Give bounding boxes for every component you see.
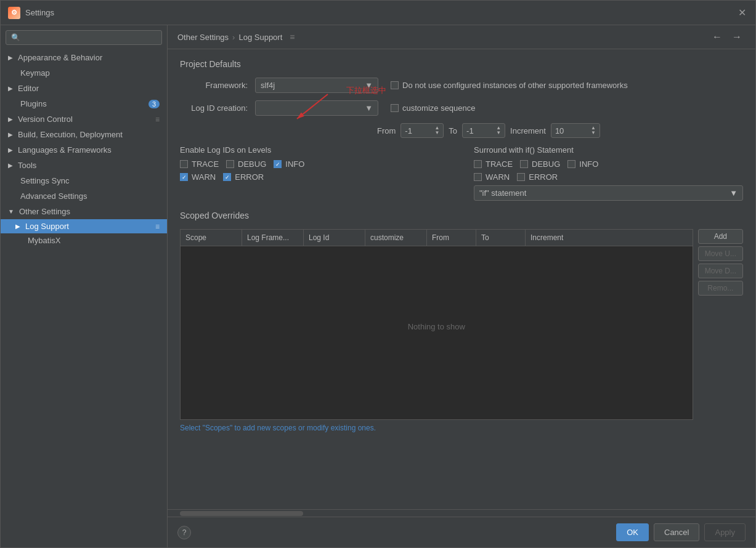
dropdown-arrow-icon: ▼ — [365, 81, 373, 90]
sw-warn-checkbox[interactable] — [474, 173, 482, 181]
sidebar-item-label: Plugins — [20, 99, 47, 108]
to-spinbox[interactable]: -1 ▲ ▼ — [462, 123, 505, 138]
sidebar-item-mybatisx[interactable]: MybatisX — [1, 233, 167, 248]
sidebar-item-label: Settings Sync — [20, 176, 70, 185]
enable-log-ids-group: Enable Log IDs on Levels TRACE DEBUG — [180, 145, 449, 201]
no-use-checkbox-label[interactable]: Do not use configured instances of other… — [391, 81, 628, 90]
framework-label: Framework: — [180, 81, 248, 90]
col-log-frame: Log Frame... — [242, 230, 304, 246]
table-container: Scope Log Frame... Log Id customize From… — [180, 229, 693, 420]
sw-trace-checkbox[interactable] — [474, 160, 482, 168]
sidebar-item-build[interactable]: ▶ Build, Execution, Deployment — [1, 127, 167, 142]
chevron-right-icon: ▶ — [8, 116, 13, 123]
search-input[interactable] — [24, 33, 156, 42]
ok-button[interactable]: OK — [616, 523, 649, 541]
debug-label: DEBUG — [238, 159, 266, 169]
sidebar-item-languages[interactable]: ▶ Languages & Frameworks — [1, 142, 167, 158]
spinbox-down-icon[interactable]: ▼ — [591, 131, 596, 135]
customize-checkbox-label[interactable]: customize sequence — [391, 103, 476, 113]
title-bar: ⚙ Settings ✕ — [1, 1, 755, 25]
col-customize: customize — [365, 230, 427, 246]
no-use-checkbox[interactable] — [391, 81, 399, 89]
sidebar-item-other-settings[interactable]: ▼ Other Settings — [1, 204, 167, 219]
sw-debug-checkbox-label[interactable]: DEBUG — [520, 159, 560, 169]
chevron-right-icon: ▶ — [8, 147, 13, 153]
remove-button[interactable]: Remo... — [698, 281, 743, 296]
sw-trace-checkbox-label[interactable]: TRACE — [474, 159, 513, 169]
log-id-dropdown[interactable]: ▼ — [255, 100, 378, 116]
framework-row: Framework: slf4j ▼ Do not use configured… — [180, 78, 743, 93]
debug-checkbox[interactable] — [226, 160, 234, 168]
cancel-button[interactable]: Cancel — [654, 523, 699, 541]
sidebar-item-settings-sync[interactable]: Settings Sync — [1, 173, 167, 188]
sidebar-item-editor[interactable]: ▶ Editor — [1, 81, 167, 96]
sw-info-checkbox[interactable] — [567, 160, 575, 168]
sidebar-item-label: MybatisX — [28, 236, 60, 245]
sidebar-item-label: Other Settings — [19, 207, 70, 216]
chevron-right-icon: ▶ — [8, 131, 13, 138]
info-checkbox-label[interactable]: INFO — [274, 159, 304, 169]
breadcrumb-separator: › — [232, 33, 235, 42]
warn-checkbox[interactable] — [180, 173, 188, 181]
forward-arrow[interactable]: → — [728, 30, 746, 44]
sidebar-item-label: Keymap — [20, 68, 50, 78]
sw-error-checkbox[interactable] — [517, 173, 525, 181]
sw-error-checkbox-label[interactable]: ERROR — [517, 172, 558, 182]
dropdown-arrow-icon: ▼ — [365, 103, 373, 113]
chevron-right-icon: ▶ — [8, 85, 13, 92]
bottom-bar: ? OK Cancel Apply — [168, 517, 755, 547]
to-label: To — [449, 126, 457, 135]
spinbox-arrows: ▲ ▼ — [434, 126, 439, 135]
if-statement-value: "if" statement — [479, 188, 526, 198]
spinbox-down-icon[interactable]: ▼ — [496, 131, 501, 135]
error-checkbox-label[interactable]: ERROR — [223, 172, 264, 182]
menu-icon[interactable]: ≡ — [290, 32, 295, 42]
spinbox-down-icon[interactable]: ▼ — [434, 131, 439, 135]
chevron-down-icon: ▼ — [8, 208, 14, 215]
sw-debug-checkbox[interactable] — [520, 160, 528, 168]
close-button[interactable]: ✕ — [736, 7, 748, 19]
spinbox-arrows: ▲ ▼ — [496, 126, 501, 135]
warn-checkbox-label[interactable]: WARN — [180, 172, 216, 182]
sw-warn-checkbox-label[interactable]: WARN — [474, 172, 510, 182]
from-value: -1 — [405, 126, 412, 135]
breadcrumb-bar: Other Settings › Log Support ≡ ← → — [168, 25, 755, 49]
sidebar-item-advanced-settings[interactable]: Advanced Settings — [1, 188, 167, 204]
sw-info-checkbox-label[interactable]: INFO — [567, 159, 598, 169]
back-arrow[interactable]: ← — [709, 30, 726, 44]
info-checkbox[interactable] — [274, 160, 282, 168]
info-label: INFO — [285, 159, 304, 169]
apply-button[interactable]: Apply — [704, 523, 746, 541]
sidebar-item-tools[interactable]: ▶ Tools — [1, 158, 167, 173]
sidebar-item-version-control[interactable]: ▶ Version Control ≡ — [1, 111, 167, 127]
breadcrumb-parent[interactable]: Other Settings — [177, 33, 229, 42]
sw-info-label: INFO — [579, 159, 598, 169]
from-to-increment-row: From -1 ▲ ▼ To -1 ▲ — [377, 123, 743, 138]
error-checkbox[interactable] — [223, 173, 231, 181]
sidebar-item-appearance[interactable]: ▶ Appearance & Behavior — [1, 50, 167, 65]
scrollbar-thumb[interactable] — [180, 511, 303, 516]
trace-label: TRACE — [192, 159, 219, 169]
debug-checkbox-label[interactable]: DEBUG — [226, 159, 266, 169]
if-statement-dropdown[interactable]: "if" statement ▼ — [474, 185, 743, 201]
move-up-button[interactable]: Move U... — [698, 246, 743, 261]
sidebar-item-keymap[interactable]: Keymap — [1, 65, 167, 81]
increment-spinbox[interactable]: 10 ▲ ▼ — [551, 123, 600, 138]
scrollbar-area — [168, 509, 755, 517]
project-defaults-section: Project Defaults Framework: slf4j ▼ Do n… — [180, 59, 743, 138]
increment-label: Increment — [510, 126, 546, 135]
add-button[interactable]: Add — [698, 229, 743, 244]
customize-checkbox[interactable] — [391, 104, 399, 112]
trace-checkbox-label[interactable]: TRACE — [180, 159, 219, 169]
from-spinbox[interactable]: -1 ▲ ▼ — [400, 123, 444, 138]
sidebar-item-log-support[interactable]: ▶ Log Support ≡ — [1, 219, 167, 233]
list-icon: ≡ — [155, 115, 160, 124]
framework-dropdown[interactable]: slf4j ▼ — [255, 78, 378, 93]
trace-checkbox[interactable] — [180, 160, 188, 168]
move-down-button[interactable]: Move D... — [698, 264, 743, 278]
chevron-right-icon: ▶ — [8, 162, 13, 169]
col-from: From — [427, 230, 476, 246]
sidebar-item-plugins[interactable]: Plugins 3 — [1, 96, 167, 111]
search-box[interactable]: 🔍 — [6, 30, 162, 45]
help-button[interactable]: ? — [177, 526, 191, 539]
